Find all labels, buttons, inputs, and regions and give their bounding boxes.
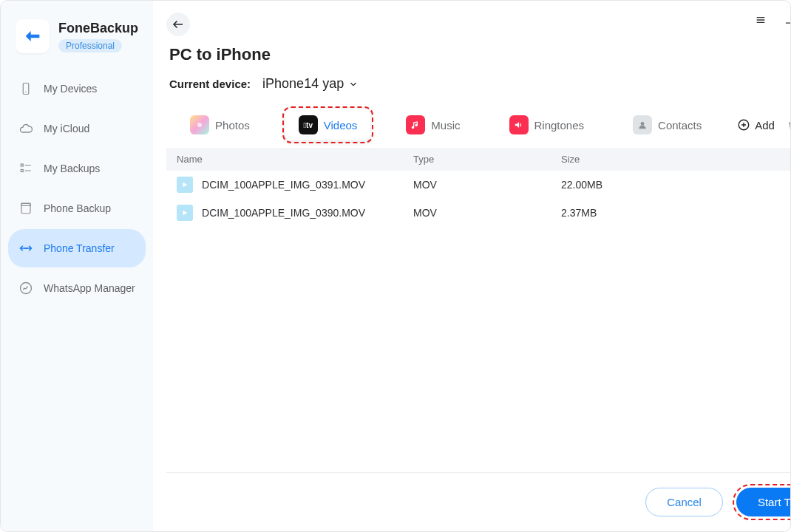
video-thumb-icon [177,177,193,193]
menu-icon[interactable] [755,14,767,26]
tab-label: Music [431,119,460,132]
add-button[interactable]: Add [737,118,775,132]
header-type: Type [413,154,561,165]
tab-label: Contacts [658,119,702,132]
plus-circle-icon [737,118,750,132]
music-icon [406,115,425,134]
svg-rect-3 [21,170,23,172]
list-icon [18,161,33,176]
file-type: MOV [413,179,561,191]
remove-all-button[interactable]: Remove all [788,112,790,137]
transfer-icon [18,241,33,256]
brand-logo-icon [16,19,50,53]
sidebar-item-label: My Backups [44,163,100,174]
tab-music[interactable]: Music [393,109,473,140]
sidebar: FoneBackup Professional My Devices My iC… [1,1,153,531]
file-type: MOV [413,207,561,219]
page-title: PC to iPhone [166,45,790,64]
brand-name: FoneBackup [58,21,138,36]
file-size: 2.37MB [561,207,790,219]
tab-photos[interactable]: Photos [177,109,263,140]
sidebar-item-phone-transfer[interactable]: Phone Transfer [8,229,146,267]
device-name: iPhone14 yap [262,76,344,92]
sidebar-item-my-devices[interactable]: My Devices [8,69,146,108]
svg-rect-7 [21,203,30,205]
svg-point-18 [641,122,645,126]
header-size: Size [561,154,790,165]
main: PC to iPhone Current device: iPhone14 ya… [153,1,790,531]
sidebar-item-label: WhatsApp Manager [44,282,135,294]
back-button[interactable] [166,13,190,36]
sidebar-item-phone-backup[interactable]: Phone Backup [8,189,146,228]
svg-rect-0 [23,83,29,95]
apple-tv-icon: tv [299,115,318,134]
chat-icon [18,281,33,296]
tab-label: Photos [215,119,250,132]
toolbar-right: Add Remove all [737,112,790,137]
brand: FoneBackup Professional [8,12,146,65]
ringtone-icon [509,115,529,134]
nav: My Devices My iCloud My Backups Phone Ba… [8,69,146,307]
cancel-button[interactable]: Cancel [645,488,723,516]
sidebar-item-label: Phone Transfer [44,242,115,254]
window-controls [755,14,790,26]
device-label: Current device: [169,78,251,90]
photos-icon [190,115,209,134]
svg-rect-2 [21,164,23,166]
sidebar-item-label: My Devices [44,83,97,95]
contacts-icon [633,115,652,134]
trash-icon [788,119,790,132]
phone-icon [18,81,33,96]
svg-point-17 [197,123,202,127]
category-tabs: Photos tv Videos Music Ringtones [166,109,790,140]
svg-marker-22 [183,183,188,188]
add-label: Add [755,119,775,132]
sidebar-item-whatsapp-manager[interactable]: WhatsApp Manager [8,269,146,307]
file-size: 22.00MB [561,179,790,191]
backup-icon [18,201,33,216]
file-table: Name Type Size DCIM_100APPLE_IMG_0391.MO… [166,148,790,227]
sidebar-item-my-backups[interactable]: My Backups [8,149,146,188]
tab-label: Videos [324,119,358,132]
file-name: DCIM_100APPLE_IMG_0391.MOV [202,179,365,191]
minimize-icon[interactable] [783,14,790,26]
sidebar-item-label: Phone Backup [44,202,111,214]
tab-contacts[interactable]: Contacts [619,109,715,140]
file-name: DCIM_100APPLE_IMG_0390.MOV [202,207,365,219]
chevron-down-icon [348,79,359,89]
table-header: Name Type Size [166,148,790,171]
sidebar-item-my-icloud[interactable]: My iCloud [8,109,146,148]
footer: Cancel Start Transfer [166,472,790,516]
sidebar-item-label: My iCloud [44,123,89,134]
tab-videos[interactable]: tv Videos [285,109,371,140]
brand-badge: Professional [58,39,122,52]
device-selector[interactable]: iPhone14 yap [262,76,359,92]
start-transfer-button[interactable]: Start Transfer [736,488,790,516]
tab-ringtones[interactable]: Ringtones [496,109,598,140]
svg-rect-6 [21,203,30,214]
video-thumb-icon [177,205,193,221]
table-row[interactable]: DCIM_100APPLE_IMG_0391.MOV MOV 22.00MB [166,171,790,199]
device-row: Current device: iPhone14 yap [166,76,790,92]
cloud-icon [18,121,33,136]
table-row[interactable]: DCIM_100APPLE_IMG_0390.MOV MOV 2.37MB [166,199,790,227]
tab-label: Ringtones [534,119,585,132]
header-name: Name [177,154,413,165]
svg-marker-23 [183,211,188,216]
